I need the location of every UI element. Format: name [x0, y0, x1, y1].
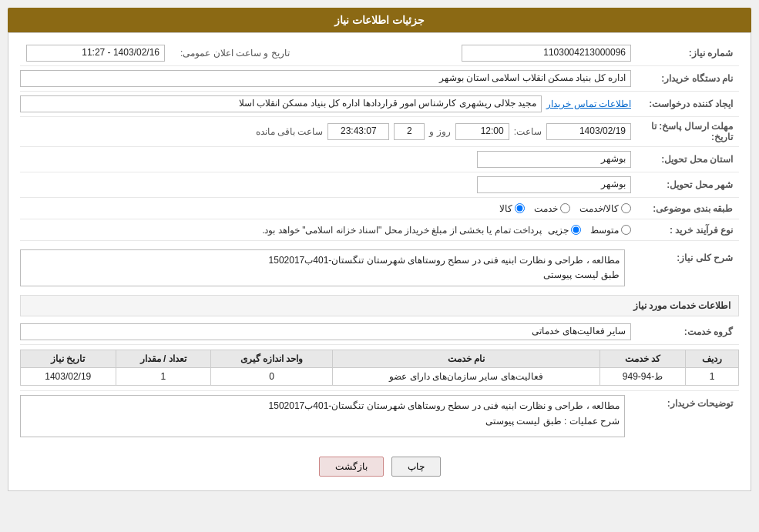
category-goods-radio[interactable]: [515, 203, 525, 213]
buyer-notes-value-area: مطالعه ، طراحی و نظارت ابنیه فنی در سطح …: [20, 395, 625, 437]
action-buttons-row: چاپ بازگشت: [20, 450, 739, 483]
category-goods-service-radio[interactable]: [621, 203, 631, 213]
delivery-province-input: بوشهر: [477, 151, 631, 168]
buyer-org-label: نام دستگاه خریدار:: [631, 73, 739, 84]
col-quantity: تعداد / مقدار: [116, 350, 210, 368]
need-number-input: 1103004213000096: [462, 45, 631, 62]
purchase-type-row: نوع فرآیند خرید : متوسط جزیی پرداخت تمام…: [20, 219, 739, 241]
category-service-label: خدمت: [534, 203, 558, 214]
deadline-date: 1403/02/19: [546, 123, 631, 140]
services-table: ردیف کد خدمت نام خدمت واحد اندازه گیری ت…: [20, 350, 739, 386]
category-row: طبقه بندی موضوعی: کالا/خدمت خدمت کالا: [20, 198, 739, 219]
delivery-city-value: بوشهر: [20, 176, 631, 193]
purchase-medium-label: متوسط: [590, 225, 619, 236]
purchase-type-area: متوسط جزیی پرداخت تمام یا بخشی از مبلغ خ…: [20, 225, 631, 236]
purchase-radio-partial: جزیی: [548, 225, 581, 236]
service-group-label: گروه خدمت:: [631, 326, 739, 337]
remaining-label: ساعت باقی مانده: [256, 126, 324, 137]
category-goods-label: کالا: [499, 203, 512, 214]
category-radio-goods-service: کالا/خدمت: [579, 203, 631, 214]
need-description-row: شرح کلی نیاز: مطالعه ، طراحی و نظارت ابن…: [20, 246, 739, 290]
purchase-radio-medium: متوسط: [590, 225, 631, 236]
deadline-time: 12:00: [455, 123, 509, 140]
buyer-notes-value: مطالعه ، طراحی و نظارت ابنیه فنی در سطح …: [20, 395, 625, 437]
need-description-label: شرح کلی نیاز:: [631, 249, 739, 263]
services-table-head: ردیف کد خدمت نام خدمت واحد اندازه گیری ت…: [21, 350, 739, 368]
col-service-name: نام خدمت: [333, 350, 600, 368]
print-button[interactable]: چاپ: [391, 457, 441, 477]
deadline-time-label: ساعت:: [514, 126, 542, 137]
delivery-province-label: استان محل تحویل:: [631, 154, 739, 165]
services-table-section: ردیف کد خدمت نام خدمت واحد اندازه گیری ت…: [20, 350, 739, 386]
back-button[interactable]: بازگشت: [319, 457, 384, 477]
category-radio-group: کالا/خدمت خدمت کالا: [499, 203, 631, 214]
deadline-fields: 1403/02/19 ساعت: 12:00 روز و 2 23:43:07 …: [256, 123, 631, 140]
col-date: تاریخ نیاز: [21, 350, 116, 368]
need-number-value: 1103004213000096 تاریخ و ساعت اعلان عموم…: [20, 45, 631, 62]
services-section-title: اطلاعات خدمات مورد نیاز: [20, 295, 739, 316]
cell-unit: 0: [210, 368, 332, 386]
category-radio-service: خدمت: [534, 203, 570, 214]
service-group-input: سایر فعالیت‌های خدماتی: [20, 323, 631, 340]
purchase-row: متوسط جزیی پرداخت تمام یا بخشی از مبلغ خ…: [262, 225, 631, 236]
remaining-time: 23:43:07: [327, 123, 389, 140]
buyer-org-row: نام دستگاه خریدار: اداره کل بنیاد مسکن ا…: [20, 66, 739, 92]
delivery-city-input: بوشهر: [477, 176, 631, 193]
creator-row: ایجاد کننده درخواست: اطلاعات تماس خریدار…: [20, 92, 739, 117]
creator-label: ایجاد کننده درخواست:: [631, 99, 739, 109]
delivery-city-row: شهر محل تحویل: بوشهر: [20, 172, 739, 198]
category-goods-service-label: کالا/خدمت: [579, 203, 619, 214]
need-description-section: شرح کلی نیاز: مطالعه ، طراحی و نظارت ابن…: [20, 246, 739, 290]
need-description-value: مطالعه ، طراحی و نظارت ابنیه فنی در سطح …: [20, 249, 625, 286]
category-label: طبقه بندی موضوعی:: [631, 203, 739, 214]
need-number-row: شماره نیاز: 1103004213000096 تاریخ و ساع…: [20, 41, 739, 66]
creator-input: مجید جلالی ریشهری کارشناس امور قراردادها…: [20, 95, 542, 112]
category-radio-goods: کالا: [499, 203, 525, 214]
col-unit: واحد اندازه گیری: [210, 350, 332, 368]
purchase-note: پرداخت تمام یا بخشی از مبلغ خریداز محل "…: [262, 225, 542, 236]
purchase-partial-radio[interactable]: [571, 225, 581, 235]
need-number-label: شماره نیاز:: [631, 48, 739, 59]
services-table-header-row: ردیف کد خدمت نام خدمت واحد اندازه گیری ت…: [21, 350, 739, 368]
purchase-radio-group: متوسط جزیی: [548, 225, 631, 236]
services-table-body: 1 ط-94-949 فعالیت‌های سایر سازمان‌های دا…: [21, 368, 739, 386]
cell-quantity: 1: [116, 368, 210, 386]
cell-service-code: ط-94-949: [599, 368, 685, 386]
buyer-notes-label: توضیحات خریدار:: [631, 395, 739, 409]
category-service-radio[interactable]: [560, 203, 570, 213]
buyer-org-value: اداره کل بنیاد مسکن انقلاب اسلامی استان …: [20, 70, 631, 87]
deadline-label: مهلت ارسال پاسخ: تا تاریخ:: [631, 121, 739, 142]
need-description-value-area: مطالعه ، طراحی و نظارت ابنیه فنی در سطح …: [20, 249, 625, 286]
deadline-days: 2: [394, 123, 425, 140]
col-service-code: کد خدمت: [599, 350, 685, 368]
announce-time-label: تاریخ و ساعت اعلان عمومی:: [180, 48, 290, 59]
purchase-type-label: نوع فرآیند خرید :: [631, 225, 739, 236]
deadline-day-label: روز و: [429, 126, 450, 137]
buyer-org-input: اداره کل بنیاد مسکن انقلاب اسلامی استان …: [20, 70, 631, 87]
buyer-notes-row: توضیحات خریدار: مطالعه ، طراحی و نظارت ا…: [20, 390, 739, 441]
announce-time-value: 1403/02/16 - 11:27: [26, 45, 165, 62]
deadline-value-area: 1403/02/19 ساعت: 12:00 روز و 2 23:43:07 …: [20, 123, 631, 140]
creator-contact-link[interactable]: اطلاعات تماس خریدار: [546, 99, 631, 109]
table-row: 1 ط-94-949 فعالیت‌های سایر سازمان‌های دا…: [21, 368, 739, 386]
creator-value-area: اطلاعات تماس خریدار مجید جلالی ریشهری کا…: [20, 95, 631, 112]
purchase-partial-label: جزیی: [548, 225, 569, 236]
deadline-row: مهلت ارسال پاسخ: تا تاریخ: 1403/02/19 سا…: [20, 117, 739, 147]
delivery-province-value: بوشهر: [20, 151, 631, 168]
service-group-value: سایر فعالیت‌های خدماتی: [20, 323, 631, 340]
service-group-row: گروه خدمت: سایر فعالیت‌های خدماتی: [20, 320, 739, 345]
col-row-num: ردیف: [686, 350, 739, 368]
category-value-area: کالا/خدمت خدمت کالا: [20, 203, 631, 214]
cell-date: 1403/02/19: [21, 368, 116, 386]
delivery-province-row: استان محل تحویل: بوشهر: [20, 147, 739, 172]
cell-service-name: فعالیت‌های سایر سازمان‌های دارای عضو: [333, 368, 600, 386]
cell-row-num: 1: [686, 368, 739, 386]
page-header: جزئیات اطلاعات نیاز: [8, 8, 751, 32]
delivery-city-label: شهر محل تحویل:: [631, 179, 739, 190]
purchase-medium-radio[interactable]: [621, 225, 631, 235]
